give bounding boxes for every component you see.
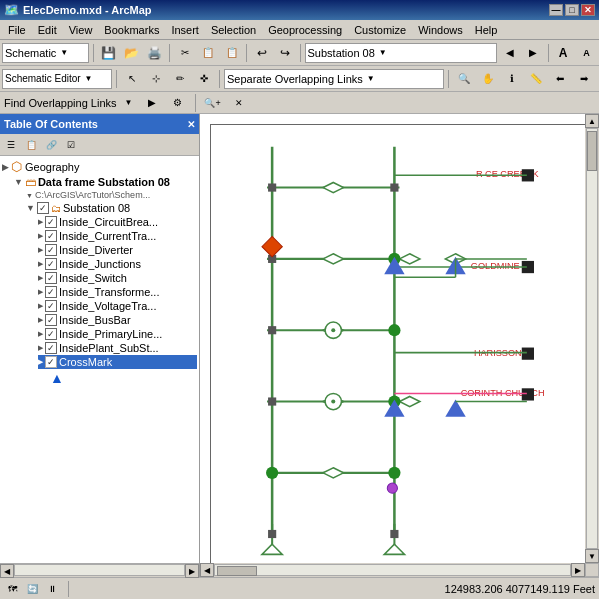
cut-button[interactable]: ✂ — [174, 42, 195, 64]
substation-checkbox[interactable] — [37, 202, 49, 214]
toc-hscroll: ◀ ▶ — [0, 563, 199, 577]
nav-prev[interactable]: ⬅ — [549, 68, 571, 90]
save-button[interactable]: 💾 — [98, 42, 119, 64]
identify-tool[interactable]: ℹ — [501, 68, 523, 90]
vt-checkbox[interactable] — [45, 300, 57, 312]
toc-item-insideplant[interactable]: ▶ InsidePlant_SubSt... — [38, 341, 197, 355]
node-1 — [268, 183, 276, 191]
toc-item-primaryline[interactable]: ▶ Inside_PrimaryLine... — [38, 327, 197, 341]
sw-checkbox[interactable] — [45, 272, 57, 284]
substation-prev[interactable]: ◀ — [499, 42, 520, 64]
maximize-button[interactable]: □ — [565, 4, 579, 16]
menu-view[interactable]: View — [63, 22, 99, 38]
close-button[interactable]: ✕ — [581, 4, 595, 16]
menu-help[interactable]: Help — [469, 22, 504, 38]
nav-next[interactable]: ➡ — [573, 68, 595, 90]
pan-tool[interactable]: ✋ — [477, 68, 499, 90]
toc-display-btn[interactable]: 📋 — [22, 136, 40, 154]
menu-insert[interactable]: Insert — [165, 22, 205, 38]
hscroll-left[interactable]: ◀ — [200, 563, 214, 577]
measure-tool[interactable]: 📏 — [525, 68, 547, 90]
schematic-dropdown[interactable]: Schematic ▼ — [2, 43, 89, 63]
schematic-editor-dropdown[interactable]: Schematic Editor ▼ — [2, 69, 112, 89]
toc-item-voltagetra[interactable]: ▶ Inside_VoltageTra... — [38, 299, 197, 313]
map-area[interactable]: R CE CREECK GOLDMINE HARISSON CORINTH CH… — [200, 114, 599, 577]
toc-item-junctions[interactable]: ▶ Inside_Junctions — [38, 257, 197, 271]
menu-bookmarks[interactable]: Bookmarks — [98, 22, 165, 38]
menu-edit[interactable]: Edit — [32, 22, 63, 38]
toc-item-switch[interactable]: ▶ Inside_Switch — [38, 271, 197, 285]
toc-sel-btn[interactable]: ☑ — [62, 136, 80, 154]
hscroll-right[interactable]: ▶ — [571, 563, 585, 577]
map-vscroll: ▲ ▼ — [585, 114, 599, 563]
minimize-button[interactable]: — — [549, 4, 563, 16]
move-tool[interactable]: ✜ — [193, 68, 215, 90]
substation-dropdown[interactable]: Substation 08 ▼ — [305, 43, 498, 63]
toc-item-substation[interactable]: ▼ 🗂 Substation 08 — [26, 201, 197, 215]
map-hscroll: ◀ ▶ — [200, 563, 585, 577]
tool-dropdown[interactable]: Separate Overlapping Links ▼ — [224, 69, 444, 89]
toc-item-filepath: ▼ C:\ArcGIS\ArcTutor\Schem... — [26, 189, 197, 201]
menu-selection[interactable]: Selection — [205, 22, 262, 38]
redo-button[interactable]: ↪ — [274, 42, 295, 64]
diverter-1-dot — [331, 328, 335, 332]
tf-checkbox[interactable] — [45, 286, 57, 298]
substation-next[interactable]: ▶ — [522, 42, 543, 64]
ct-checkbox[interactable] — [45, 230, 57, 242]
undo-button[interactable]: ↩ — [251, 42, 272, 64]
sep-8 — [448, 70, 449, 88]
toc-item-crossmark[interactable]: ▶ CrossMark — [38, 355, 197, 369]
menu-geoprocessing[interactable]: Geoprocessing — [262, 22, 348, 38]
find-run-btn[interactable]: ▶ — [141, 92, 163, 114]
separator-5 — [548, 44, 549, 62]
select-tool-2[interactable]: ⊹ — [145, 68, 167, 90]
status-coords: 124983.206 4077149.119 Feet — [445, 583, 595, 595]
paste-button[interactable]: 📋 — [221, 42, 242, 64]
text-tool-a2[interactable]: A — [576, 42, 597, 64]
toc-item-transformer[interactable]: ▶ Inside_Transforme... — [38, 285, 197, 299]
find-zoom-btn[interactable]: 🔍+ — [202, 92, 224, 114]
pl-checkbox[interactable] — [45, 328, 57, 340]
print-button[interactable]: 🖨️ — [144, 42, 165, 64]
vscroll-down[interactable]: ▼ — [585, 549, 599, 563]
bb-checkbox[interactable] — [45, 314, 57, 326]
vscroll-thumb[interactable] — [587, 131, 597, 171]
menu-customize[interactable]: Customize — [348, 22, 412, 38]
toc-item-circuitbreaker[interactable]: ▶ Inside_CircuitBrea... — [38, 215, 197, 229]
toc-item-currenttra[interactable]: ▶ Inside_CurrentTra... — [38, 229, 197, 243]
toc-item-dataframe[interactable]: ▼ 🗃 Data frame Substation 08 — [14, 175, 197, 189]
jn-checkbox[interactable] — [45, 258, 57, 270]
zoom-tool[interactable]: 🔍 — [453, 68, 475, 90]
junction-5 — [266, 467, 278, 479]
status-icon-2[interactable]: 🔄 — [24, 581, 40, 597]
vscroll-track — [586, 128, 598, 549]
toc-source-btn[interactable]: 🔗 — [42, 136, 60, 154]
copy-button[interactable]: 📋 — [198, 42, 219, 64]
menu-windows[interactable]: Windows — [412, 22, 469, 38]
toc-content[interactable]: ▶ ⬡ Geography ▼ 🗃 Data frame Substation … — [0, 156, 199, 563]
vscroll-up[interactable]: ▲ — [585, 114, 599, 128]
cb-checkbox[interactable] — [45, 216, 57, 228]
toc-item-busbar[interactable]: ▶ Inside_BusBar — [38, 313, 197, 327]
open-button[interactable]: 📂 — [121, 42, 142, 64]
dv-checkbox[interactable] — [45, 244, 57, 256]
toc-item-diverter[interactable]: ▶ Inside_Diverter — [38, 243, 197, 257]
find-dropdown-btn[interactable]: ▼ — [121, 95, 137, 111]
ip-checkbox[interactable] — [45, 342, 57, 354]
bot-node-2 — [390, 530, 398, 538]
text-tool-a[interactable]: A — [553, 42, 574, 64]
toc-scroll-left[interactable]: ◀ — [0, 564, 14, 578]
toc-close-btn[interactable]: ✕ — [187, 119, 195, 130]
find-settings[interactable]: ⚙ — [167, 92, 189, 114]
toc-scroll-right[interactable]: ▶ — [185, 564, 199, 578]
status-icon-1[interactable]: 🗺 — [4, 581, 20, 597]
edit-tool[interactable]: ✏ — [169, 68, 191, 90]
menu-file[interactable]: File — [2, 22, 32, 38]
find-clear-btn[interactable]: ✕ — [228, 92, 250, 114]
toc-list-btn[interactable]: ☰ — [2, 136, 20, 154]
status-icon-3[interactable]: ⏸ — [44, 581, 60, 597]
toc-item-geography[interactable]: ▶ ⬡ Geography — [2, 158, 197, 175]
hscroll-thumb[interactable] — [217, 566, 257, 576]
select-tool[interactable]: ↖ — [121, 68, 143, 90]
cm-checkbox[interactable] — [45, 356, 57, 368]
